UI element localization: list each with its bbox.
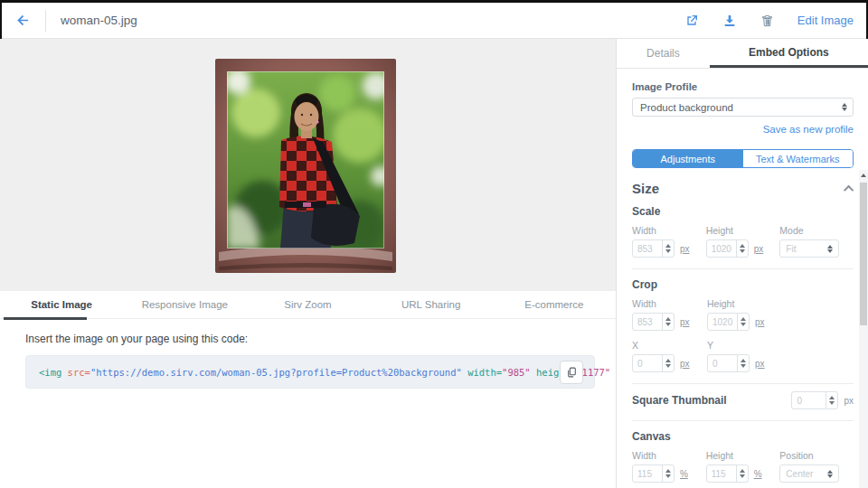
page-title: woman-05.jpg [61, 14, 137, 27]
scale-height-label: Height [706, 225, 780, 236]
divider [632, 383, 854, 384]
code-caption: Insert the image on your page using this… [25, 333, 616, 345]
canvas-fields: Width 115 % Height 115 % [632, 450, 854, 483]
select-caret-icon [827, 245, 833, 253]
canvas-height-unit-link[interactable]: % [754, 469, 762, 479]
image-profile-select[interactable]: Product background [632, 98, 854, 117]
crop-width-unit-link[interactable]: px [680, 317, 690, 327]
size-section-header: Size [632, 181, 854, 196]
crop-x-input[interactable]: 0 [632, 354, 675, 372]
tab-static-image[interactable]: Static Image [0, 291, 123, 318]
subtab-text-watermarks[interactable]: Text & Watermarks [743, 150, 854, 167]
collapse-chevron-icon[interactable] [844, 184, 854, 194]
delete-button[interactable] [760, 13, 776, 29]
window-edge-top [0, 0, 868, 3]
crop-height-field: Height 1020 px [707, 298, 782, 331]
scale-mode-label: Mode [779, 225, 854, 236]
copy-icon [566, 366, 578, 379]
preview-area [0, 39, 616, 291]
spinner-icon[interactable] [736, 240, 748, 257]
scale-height-input[interactable]: 1020 [706, 239, 749, 258]
tab-sirv-zoom[interactable]: Sirv Zoom [246, 291, 369, 318]
crop-y-input[interactable]: 0 [707, 354, 750, 372]
scale-height-unit-link[interactable]: px [754, 244, 764, 254]
crop-y-label: Y [707, 340, 782, 351]
scale-width-field: Width 853 px [632, 225, 706, 258]
back-arrow-icon [15, 13, 31, 28]
square-thumbnail-row: Square Thumbnail 0 px [632, 391, 854, 409]
square-thumbnail-input[interactable]: 0 [791, 391, 838, 409]
spinner-icon[interactable] [662, 465, 674, 482]
canvas-position-select[interactable]: Center [779, 465, 839, 483]
scrollbar-up-icon[interactable] [861, 174, 866, 177]
canvas-width-input[interactable]: 115 [632, 465, 675, 483]
crop-width-field: Width 853 px [632, 298, 707, 331]
spinner-icon[interactable] [736, 465, 748, 482]
code-block[interactable]: <img src="https://demo.sirv.com/woman-05… [25, 355, 595, 389]
crop-heading: Crop [632, 278, 854, 291]
scale-mode-select[interactable]: Fit [779, 239, 839, 258]
code-segment: "https://demo.sirv.com/woman-05.jpg?prof… [90, 367, 462, 378]
adjustments-segmented-control: Adjustments Text & Watermarks [632, 149, 854, 168]
scale-heading: Scale [632, 205, 854, 218]
panel-body: Image Profile Product background Save as… [617, 69, 860, 488]
crop-height-unit-link[interactable]: px [755, 317, 765, 327]
crop-y-field: Y 0 px [707, 340, 782, 372]
save-as-new-profile-link[interactable]: Save as new profile [632, 124, 854, 135]
scale-width-input[interactable]: 853 [632, 239, 675, 258]
tab-url-sharing[interactable]: URL Sharing [370, 291, 493, 318]
download-button[interactable] [722, 13, 738, 29]
spinner-icon[interactable] [662, 240, 674, 257]
back-button[interactable] [0, 3, 45, 38]
tab-responsive-image[interactable]: Responsive Image [123, 291, 246, 318]
image-profile-value: Product background [640, 102, 733, 113]
divider [632, 420, 854, 421]
crop-x-unit-link[interactable]: px [680, 359, 690, 369]
image-profile-label: Image Profile [632, 81, 854, 92]
canvas-height-field: Height 115 % [706, 450, 780, 483]
tab-embed-options[interactable]: Embed Options [710, 39, 868, 68]
trash-icon [760, 14, 774, 28]
embed-section: Static Image Responsive Image Sirv Zoom … [0, 291, 616, 488]
crop-position-fields: X 0 px Y 0 px [632, 340, 854, 372]
scale-mode-field: Mode Fit [779, 225, 854, 258]
spinner-icon[interactable] [826, 392, 837, 408]
select-caret-icon [827, 470, 833, 478]
spinner-icon[interactable] [737, 355, 749, 371]
canvas-width-label: Width [632, 450, 706, 461]
window-edge-left [0, 0, 2, 39]
scale-width-unit-link[interactable]: px [680, 244, 690, 254]
panel-scrollbar[interactable] [859, 170, 868, 488]
embed-tabs: Static Image Responsive Image Sirv Zoom … [0, 291, 616, 319]
topbar-actions: Edit Image [684, 13, 868, 29]
copy-code-button[interactable] [560, 361, 583, 384]
square-thumbnail-unit: px [844, 396, 854, 406]
scrollbar-thumb[interactable] [860, 183, 867, 325]
spinner-icon[interactable] [737, 314, 749, 330]
tab-details[interactable]: Details [617, 39, 710, 68]
subtab-adjustments[interactable]: Adjustments [633, 150, 743, 167]
canvas-position-field: Position Center [779, 450, 854, 483]
crop-width-input[interactable]: 853 [632, 313, 675, 331]
crop-x-label: X [632, 340, 707, 351]
canvas-position-label: Position [779, 450, 854, 461]
open-in-new-button[interactable] [684, 13, 700, 29]
topbar-divider [45, 10, 46, 32]
edit-image-link[interactable]: Edit Image [797, 14, 854, 27]
crop-y-unit-link[interactable]: px [755, 359, 765, 369]
scale-width-label: Width [632, 225, 706, 236]
panel-tabs: Details Embed Options [617, 39, 868, 69]
code-segment: "985" [502, 367, 531, 378]
image-preview[interactable] [215, 59, 396, 273]
crop-height-input[interactable]: 1020 [707, 313, 750, 331]
divider [632, 268, 854, 269]
code-segment: width= [462, 367, 502, 378]
canvas-height-input[interactable]: 115 [706, 465, 749, 483]
top-bar: woman-05.jpg Edit Image [0, 3, 868, 39]
spinner-icon[interactable] [662, 355, 674, 371]
canvas-width-field: Width 115 % [632, 450, 706, 483]
crop-x-field: X 0 px [632, 340, 707, 372]
canvas-width-unit-link[interactable]: % [680, 469, 688, 479]
spinner-icon[interactable] [662, 314, 674, 330]
tab-ecommerce[interactable]: E-commerce [493, 291, 616, 318]
